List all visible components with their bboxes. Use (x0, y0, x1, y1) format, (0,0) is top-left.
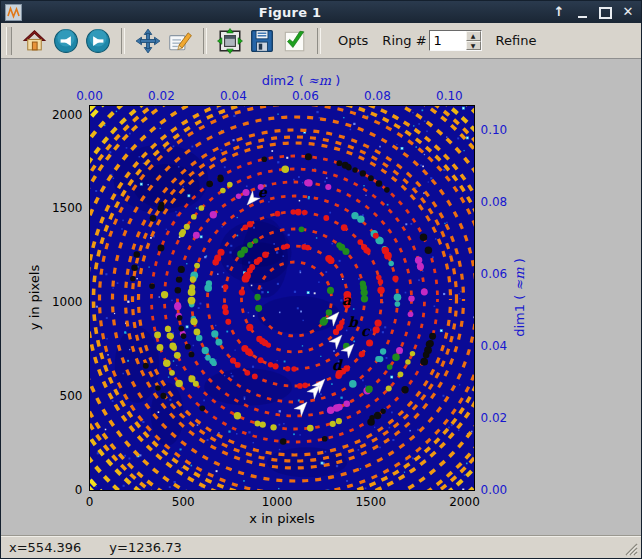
y-axis-label: y in pixels (27, 248, 42, 348)
svg-text:c: c (361, 323, 371, 339)
toolbar-separator (203, 28, 207, 54)
tick-label: 0.06 (481, 267, 508, 281)
save-icon (249, 28, 275, 54)
tick-label: 0.10 (481, 123, 508, 137)
tick-label: 0 (86, 495, 94, 509)
save-button[interactable] (248, 27, 276, 55)
maximize-button[interactable] (598, 5, 612, 19)
tick-label: 1500 (52, 201, 83, 215)
move-icon (135, 28, 161, 54)
cursor-position-x: x=554.396 (9, 540, 81, 555)
tick-label: 0.00 (481, 483, 508, 497)
home-button[interactable] (20, 27, 48, 55)
subplots-icon (217, 28, 243, 54)
top-axis-label: dim2 ( ≈m ) (262, 73, 341, 88)
back-button[interactable] (52, 27, 80, 55)
forward-icon (85, 28, 111, 54)
maximize-icon (599, 7, 612, 19)
tick-label: 2000 (449, 495, 480, 509)
tick-label: 0.06 (292, 89, 319, 103)
back-icon (53, 28, 79, 54)
waveform-icon (7, 6, 20, 19)
tick-label: 0.04 (220, 89, 247, 103)
window-title: Figure 1 (28, 5, 552, 20)
tick-label: 0.08 (481, 195, 508, 209)
svg-text:a: a (342, 292, 352, 308)
home-icon (22, 28, 47, 53)
close-button[interactable]: ✕ (621, 5, 635, 19)
pan-button[interactable] (134, 27, 162, 55)
opts-button[interactable]: Opts (338, 33, 368, 48)
tick-label: 2000 (52, 108, 83, 122)
right-axis-label: dim1 ( ≈m ) (512, 248, 527, 348)
spin-down-button[interactable]: ▼ (466, 41, 481, 51)
tick-label: 0.00 (76, 89, 103, 103)
tick-label: 0.10 (436, 89, 463, 103)
zoom-rect-button[interactable] (166, 27, 194, 55)
subplots-button[interactable] (216, 27, 244, 55)
minimize-icon (578, 16, 587, 18)
toolbar: Opts Ring # ▲ ▼ Refine (1, 23, 641, 59)
tick-label: 0.02 (481, 411, 508, 425)
tick-label: 0.08 (364, 89, 391, 103)
refine-button[interactable]: Refine (496, 33, 537, 48)
figure-window: Figure 1 ↑ ✕ (0, 0, 642, 559)
tick-label: 1500 (355, 495, 386, 509)
x-axis-label: x in pixels (249, 511, 314, 526)
titlebar[interactable]: Figure 1 ↑ ✕ (1, 1, 641, 23)
svg-text:b: b (348, 314, 359, 330)
ring-number-label: Ring # (382, 33, 426, 48)
statusbar: x=554.396 y=1236.73 (1, 535, 641, 558)
minimize-button[interactable] (575, 6, 589, 18)
app-icon (5, 4, 22, 21)
forward-button[interactable] (84, 27, 112, 55)
shade-button[interactable]: ↑ (552, 5, 566, 19)
tick-label: 0.02 (148, 89, 175, 103)
svg-text:e: e (258, 184, 268, 200)
apply-button[interactable] (280, 27, 308, 55)
ring-number-input[interactable] (430, 31, 466, 50)
diffraction-image[interactable]: abcde (89, 105, 475, 491)
tick-label: 0.04 (481, 339, 508, 353)
toolbar-handle[interactable] (6, 27, 12, 55)
spin-up-button[interactable]: ▲ (466, 31, 481, 41)
toolbar-separator (317, 28, 321, 54)
tick-label: 0 (75, 483, 83, 497)
ring-spinbox: ▲ ▼ (429, 30, 482, 51)
tick-label: 500 (60, 389, 83, 403)
checkmark-icon (281, 28, 307, 54)
cursor-position-y: y=1236.73 (109, 540, 181, 555)
resize-grip[interactable] (623, 541, 638, 556)
toolbar-separator (121, 28, 125, 54)
tick-label: 500 (172, 495, 195, 509)
tick-label: 1000 (52, 295, 83, 309)
tick-label: 1000 (262, 495, 293, 509)
figure-canvas: abcde dim2 ( ≈m ) dim1 ( ≈m ) x in pixel… (1, 59, 641, 535)
zoom-rect-icon (167, 28, 193, 54)
